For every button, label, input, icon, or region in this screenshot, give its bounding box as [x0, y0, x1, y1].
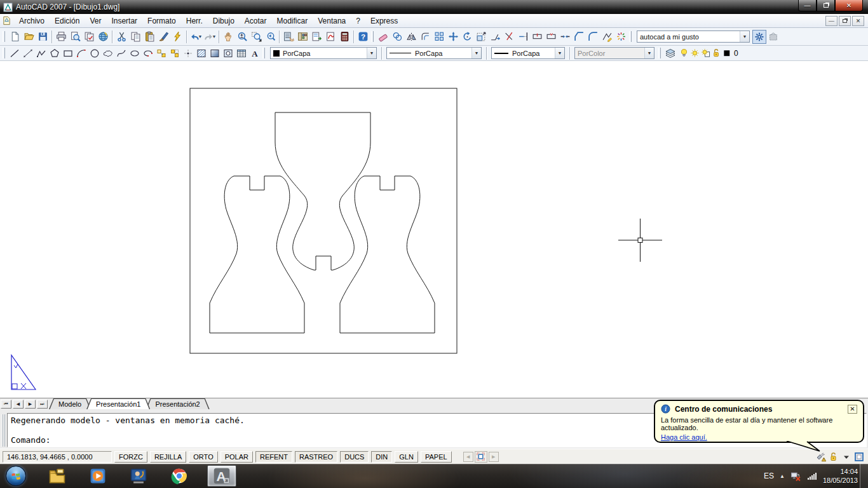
extend-button[interactable] [516, 30, 530, 44]
taskbar-windows-media-player-button[interactable] [85, 466, 111, 486]
toolbar-grip[interactable] [371, 31, 374, 42]
arc-tool-button[interactable] [74, 46, 88, 60]
menu-item-ver[interactable]: Ver [85, 15, 106, 27]
sun-icon[interactable] [690, 48, 700, 58]
insert-block-button[interactable] [154, 46, 168, 60]
restore-button[interactable] [817, 0, 835, 11]
mdi-restore-button[interactable] [839, 16, 851, 26]
toolbar-grip[interactable] [262, 48, 265, 58]
mtext-button[interactable]: A [248, 46, 261, 60]
drawing-border-square[interactable] [190, 88, 457, 353]
chevron-down-icon[interactable]: ▼ [740, 31, 749, 42]
join-button[interactable] [558, 30, 572, 44]
explode-button[interactable] [614, 30, 628, 44]
match-properties-button[interactable] [156, 30, 170, 44]
balloon-close-icon[interactable]: ✕ [848, 405, 857, 414]
prev-tab-button[interactable]: ◀ [13, 400, 24, 409]
menu-item-edicin[interactable]: Edición [50, 15, 85, 27]
menu-item-archivo[interactable]: Archivo [14, 15, 50, 27]
menu-item-acotar[interactable]: Acotar [240, 15, 272, 27]
menu-item-ventana[interactable]: Ventana [313, 15, 351, 27]
rectangle-tool-button[interactable] [61, 46, 74, 60]
toggle-din[interactable]: DIN [371, 451, 392, 463]
mirror-button[interactable] [404, 30, 418, 44]
region-button[interactable] [221, 46, 234, 60]
zoom-realtime-button[interactable] [235, 30, 249, 44]
toolbar-grip[interactable] [3, 48, 5, 58]
quickcalc-button[interactable] [337, 30, 351, 44]
network-disconnected-icon[interactable] [790, 471, 801, 482]
color-control-combo[interactable]: PorCapa ▼ [270, 47, 377, 59]
gradient-button[interactable] [208, 46, 221, 60]
revcloud-button[interactable] [101, 46, 114, 60]
toggle-papel[interactable]: PAPEL [421, 451, 452, 463]
toggle-rejilla[interactable]: REJILLA [150, 451, 186, 463]
tab-presentaci-n1[interactable]: Presentación1 [86, 398, 150, 409]
linetype-control-combo[interactable]: PorCapa ▼ [386, 47, 482, 59]
toggle-forzc[interactable]: FORZC [114, 451, 147, 463]
publish-web-button[interactable] [96, 30, 110, 44]
polyline-button[interactable] [34, 46, 48, 60]
show-desktop-button[interactable] [860, 464, 868, 488]
tab-modelo[interactable]: Modelo [49, 398, 91, 409]
toggle-polar[interactable]: POLAR [220, 451, 253, 463]
trim-button[interactable] [502, 30, 516, 44]
menu-item-help[interactable]: ? [351, 15, 365, 27]
toggle-orto[interactable]: ORTO [189, 451, 217, 463]
copy-clip-button[interactable] [128, 30, 142, 44]
properties-button[interactable] [281, 30, 295, 44]
plot-preview-button[interactable] [68, 30, 82, 44]
chevron-down-icon[interactable]: ▼ [471, 48, 481, 58]
break-at-point-button[interactable] [530, 30, 544, 44]
toggle-refent[interactable]: REFENT [255, 451, 292, 463]
start-button[interactable] [6, 466, 26, 486]
bulb-icon[interactable] [679, 48, 689, 58]
chamfer-button[interactable] [572, 30, 586, 44]
toolbar-grip[interactable] [629, 31, 632, 42]
zoom-previous-button[interactable] [263, 30, 277, 44]
zoom-window-button[interactable] [249, 30, 263, 44]
menu-item-dibujo[interactable]: Dibujo [208, 15, 240, 27]
scale-button[interactable] [474, 30, 488, 44]
next-tab-button[interactable]: ▶ [25, 400, 36, 409]
copy-object-button[interactable] [390, 30, 404, 44]
line-button[interactable] [8, 46, 21, 60]
show-hidden-icons-button[interactable]: ▲ [780, 473, 785, 479]
paste-button[interactable] [142, 30, 156, 44]
sheet-set-manager-button[interactable] [309, 30, 323, 44]
hatch-button[interactable] [194, 46, 208, 60]
chevron-down-icon[interactable]: ▼ [367, 48, 376, 58]
stretch-button[interactable] [488, 30, 502, 44]
command-window-splitter[interactable] [2, 414, 6, 447]
redo-button[interactable]: ▼ [203, 30, 217, 44]
new-file-button[interactable] [8, 30, 22, 44]
toggle-ducs[interactable]: DUCS [340, 451, 369, 463]
construction-line-button[interactable] [21, 46, 34, 60]
swatch-black-icon[interactable] [722, 48, 732, 58]
undo-button[interactable]: ▼ [189, 30, 203, 44]
mdi-minimize-button[interactable]: — [825, 16, 837, 26]
signal-bars-icon[interactable] [807, 471, 817, 481]
erase-button[interactable] [376, 30, 390, 44]
minimize-button[interactable]: — [798, 0, 817, 11]
spline-button[interactable] [114, 46, 128, 60]
workspace-combo[interactable]: autocad a mi gusto ▼ [637, 30, 750, 43]
publish-button[interactable] [82, 30, 96, 44]
taskbar-chrome-button[interactable] [166, 466, 192, 486]
satellite-warning-icon[interactable]: ! [816, 452, 826, 462]
clock[interactable]: 14:04 18/05/2013 [823, 467, 858, 485]
first-tab-button[interactable]: ⏮ [1, 400, 11, 409]
make-block-button[interactable] [168, 46, 181, 60]
menu-item-express[interactable]: Express [365, 15, 403, 27]
language-indicator[interactable]: ES [764, 471, 774, 480]
ellipse-tool-button[interactable] [128, 46, 141, 60]
pan-button[interactable] [221, 30, 235, 44]
move-button[interactable] [446, 30, 460, 44]
table-button[interactable] [234, 46, 248, 60]
markup-set-manager-button[interactable] [323, 30, 337, 44]
mdi-close-button[interactable]: ✕ [852, 16, 864, 26]
polygon-button[interactable] [48, 46, 61, 60]
menu-item-insertar[interactable]: Insertar [106, 15, 142, 27]
offset-button[interactable] [418, 30, 432, 44]
tab-presentaci-n2[interactable]: Presentación2 [146, 398, 209, 409]
